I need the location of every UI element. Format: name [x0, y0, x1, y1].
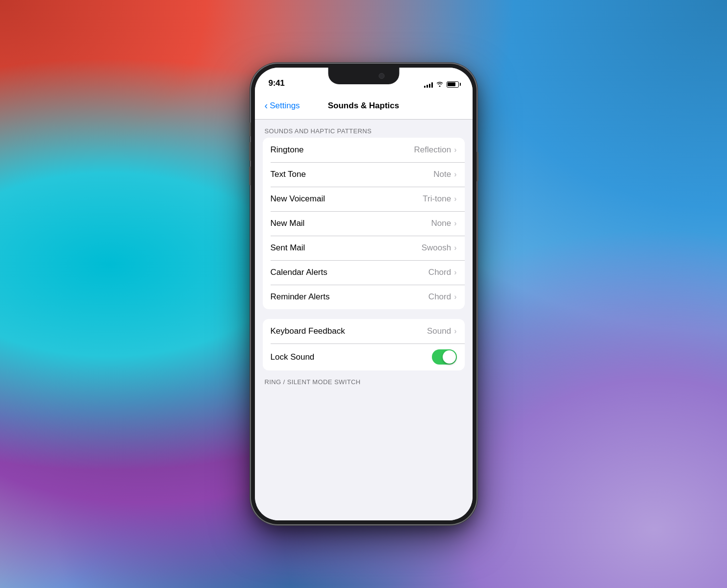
content-area: SOUNDS AND HAPTIC PATTERNS Ringtone Refl… [255, 120, 473, 520]
new-voicemail-item[interactable]: New Voicemail Tri-tone › [263, 187, 465, 211]
signal-icon [424, 81, 433, 88]
new-mail-chevron-icon: › [454, 219, 456, 228]
reminder-alerts-value: Chord [428, 292, 451, 302]
new-mail-label: New Mail [271, 219, 431, 228]
keyboard-feedback-chevron-icon: › [454, 327, 456, 336]
calendar-alerts-item[interactable]: Calendar Alerts Chord › [263, 260, 465, 285]
sent-mail-chevron-icon: › [454, 244, 456, 252]
mute-button[interactable] [249, 122, 251, 136]
calendar-alerts-chevron-icon: › [454, 268, 456, 277]
ringtone-chevron-icon: › [454, 146, 456, 154]
lock-sound-label: Lock Sound [271, 352, 432, 362]
notch [328, 68, 399, 84]
sent-mail-label: Sent Mail [271, 243, 422, 253]
group-spacer [255, 309, 473, 319]
back-chevron-icon: ‹ [265, 100, 268, 110]
power-button[interactable] [476, 152, 478, 181]
volume-up-button[interactable] [249, 142, 251, 161]
back-label: Settings [270, 101, 300, 111]
volume-down-button[interactable] [249, 167, 251, 185]
lock-sound-item[interactable]: Lock Sound [263, 343, 465, 370]
sent-mail-value: Swoosh [422, 243, 451, 253]
toggle-thumb [443, 350, 456, 364]
feedback-list-group: Keyboard Feedback Sound › Lock Sound [263, 319, 465, 370]
calendar-alerts-value: Chord [428, 268, 451, 277]
keyboard-feedback-label: Keyboard Feedback [271, 326, 427, 336]
ringtone-item[interactable]: Ringtone Reflection › [263, 138, 465, 162]
phone-frame: 9:41 [251, 64, 476, 524]
new-mail-value: None [431, 219, 451, 228]
status-icons [424, 80, 459, 88]
reminder-alerts-label: Reminder Alerts [271, 292, 428, 302]
new-voicemail-value: Tri-tone [423, 194, 451, 204]
ringtone-value: Reflection [414, 145, 451, 155]
calendar-alerts-label: Calendar Alerts [271, 268, 428, 277]
new-voicemail-chevron-icon: › [454, 195, 456, 203]
front-camera [378, 73, 384, 79]
new-voicemail-label: New Voicemail [271, 194, 423, 204]
ring-section-header: RING / SILENT MODE SWITCH [255, 370, 473, 389]
text-tone-label: Text Tone [271, 170, 434, 179]
text-tone-value: Note [433, 170, 451, 179]
phone-container: 9:41 [251, 64, 476, 524]
back-button[interactable]: ‹ Settings [265, 101, 300, 111]
phone-screen: 9:41 [255, 68, 473, 520]
sounds-section-header: SOUNDS AND HAPTIC PATTERNS [255, 120, 473, 138]
wifi-icon [436, 80, 444, 88]
page-title: Sounds & Haptics [328, 101, 399, 111]
lock-sound-toggle[interactable] [432, 349, 457, 365]
text-tone-item[interactable]: Text Tone Note › [263, 162, 465, 187]
navigation-bar: ‹ Settings Sounds & Haptics [255, 92, 473, 120]
new-mail-item[interactable]: New Mail None › [263, 211, 465, 236]
reminder-alerts-item[interactable]: Reminder Alerts Chord › [263, 285, 465, 309]
ringtone-label: Ringtone [271, 145, 414, 155]
sent-mail-item[interactable]: Sent Mail Swoosh › [263, 236, 465, 260]
battery-icon [447, 81, 459, 88]
keyboard-feedback-item[interactable]: Keyboard Feedback Sound › [263, 319, 465, 343]
sounds-list-group: Ringtone Reflection › Text Tone Note › N… [263, 138, 465, 309]
text-tone-chevron-icon: › [454, 170, 456, 179]
reminder-alerts-chevron-icon: › [454, 293, 456, 301]
keyboard-feedback-value: Sound [427, 326, 451, 336]
status-time: 9:41 [269, 78, 285, 88]
